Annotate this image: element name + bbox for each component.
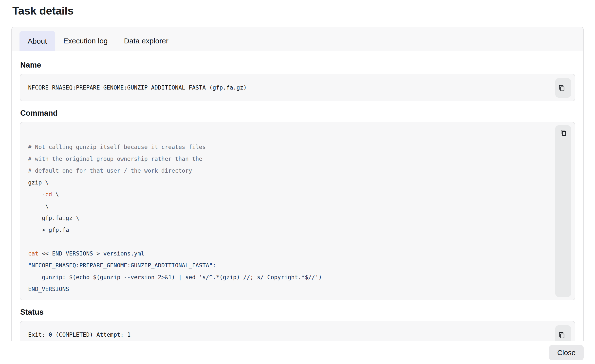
command-section-heading: Command bbox=[20, 109, 575, 118]
command-code: # Not calling gunzip itself because it c… bbox=[28, 129, 548, 295]
name-section-heading: Name bbox=[20, 61, 575, 70]
copy-icon bbox=[559, 129, 567, 136]
tab-execution-log[interactable]: Execution log bbox=[55, 31, 116, 51]
copy-name-button[interactable] bbox=[555, 78, 571, 98]
copy-icon bbox=[558, 77, 569, 99]
modal-footer: Close bbox=[0, 341, 595, 364]
task-details-card: About Execution log Data explorer Name N… bbox=[11, 27, 584, 341]
tab-data-explorer-label: Data explorer bbox=[124, 37, 168, 45]
tab-bar: About Execution log Data explorer bbox=[12, 27, 583, 51]
task-status-value: Exit: 0 (COMPLETED) Attempt: 1 bbox=[28, 331, 130, 338]
copy-status-button[interactable] bbox=[555, 325, 571, 341]
tab-content-about: Name NFCORE_RNASEQ:PREPARE_GENOME:GUNZIP… bbox=[12, 51, 583, 341]
close-button[interactable]: Close bbox=[549, 345, 584, 360]
task-status-box: Exit: 0 (COMPLETED) Attempt: 1 bbox=[20, 321, 575, 341]
copy-icon bbox=[558, 324, 569, 341]
modal-header: Task details bbox=[0, 0, 595, 22]
status-section-heading: Status bbox=[20, 308, 575, 317]
tab-execution-log-label: Execution log bbox=[63, 37, 108, 45]
tab-about[interactable]: About bbox=[19, 31, 55, 51]
modal-body: About Execution log Data explorer Name N… bbox=[0, 22, 595, 341]
task-name-value: NFCORE_RNASEQ:PREPARE_GENOME:GUNZIP_ADDI… bbox=[28, 84, 247, 91]
tab-about-label: About bbox=[28, 37, 47, 45]
page-title: Task details bbox=[12, 4, 74, 17]
task-command-box: # Not calling gunzip itself because it c… bbox=[20, 122, 575, 300]
task-name-box: NFCORE_RNASEQ:PREPARE_GENOME:GUNZIP_ADDI… bbox=[20, 74, 575, 101]
copy-command-button[interactable] bbox=[555, 125, 571, 297]
tab-data-explorer[interactable]: Data explorer bbox=[116, 31, 177, 51]
